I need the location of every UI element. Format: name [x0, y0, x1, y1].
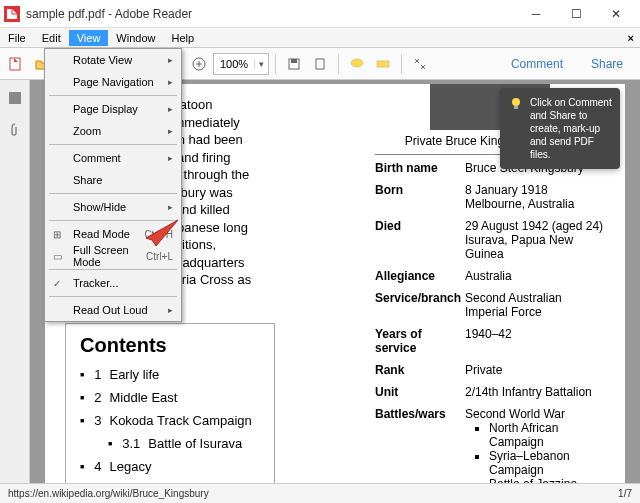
- menu-item-zoom[interactable]: Zoom▸: [45, 120, 181, 142]
- tooltip-text: Click on Comment and Share to create, ma…: [530, 96, 612, 161]
- window-title: sample pdf.pdf - Adobe Reader: [26, 7, 516, 21]
- menubar-close-icon[interactable]: ×: [622, 32, 640, 44]
- separator: [401, 54, 402, 74]
- menu-window[interactable]: Window: [108, 30, 163, 46]
- zoom-dropdown-icon[interactable]: ▾: [254, 59, 268, 69]
- menu-help[interactable]: Help: [163, 30, 202, 46]
- menu-item-comment[interactable]: Comment▸: [45, 147, 181, 169]
- hint-tooltip: Click on Comment and Share to create, ma…: [500, 88, 620, 169]
- fit-page-button[interactable]: [308, 52, 332, 76]
- page-indicator: 1/7: [618, 488, 632, 499]
- submenu-arrow-icon: ▸: [168, 305, 173, 315]
- comment-button[interactable]: Comment: [498, 52, 576, 76]
- annotate-button[interactable]: [345, 52, 369, 76]
- menu-view[interactable]: View: [69, 30, 109, 46]
- status-url: https://en.wikipedia.org/wiki/Bruce_King…: [8, 488, 209, 499]
- menu-item-icon: ✓: [53, 278, 69, 289]
- menu-item-full-screen-mode[interactable]: ▭Full Screen ModeCtrl+L: [45, 245, 181, 267]
- menu-item-icon: ▭: [53, 251, 69, 262]
- zoom-combo[interactable]: ▾: [213, 53, 269, 75]
- submenu-arrow-icon: ▸: [168, 202, 173, 212]
- maximize-button[interactable]: ☐: [556, 1, 596, 27]
- svg-point-13: [351, 59, 363, 67]
- menu-item-read-out-loud[interactable]: Read Out Loud▸: [45, 299, 181, 321]
- submenu-arrow-icon: ▸: [168, 104, 173, 114]
- infobox-row-battles: Battles/warsSecond World WarNorth Africa…: [375, 407, 605, 483]
- separator: [338, 54, 339, 74]
- export-pdf-button[interactable]: [4, 52, 28, 76]
- menu-item-rotate-view[interactable]: Rotate View▸: [45, 49, 181, 71]
- menu-item-share[interactable]: Share: [45, 169, 181, 191]
- menu-bar: FileEditViewWindowHelp×: [0, 28, 640, 48]
- submenu-arrow-icon: ▸: [168, 77, 173, 87]
- toc-item[interactable]: 4Legacy: [80, 459, 260, 474]
- close-button[interactable]: ✕: [596, 1, 636, 27]
- save-button[interactable]: [282, 52, 306, 76]
- svg-rect-14: [377, 61, 389, 67]
- battle-item: North African Campaign: [489, 421, 605, 449]
- status-bar: https://en.wikipedia.org/wiki/Bruce_King…: [0, 483, 640, 503]
- menu-edit[interactable]: Edit: [34, 30, 69, 46]
- contents-heading: Contents: [80, 334, 260, 357]
- nav-sidebar: [0, 80, 30, 483]
- minimize-button[interactable]: ─: [516, 1, 556, 27]
- infobox-row-allegiance: AllegianceAustralia: [375, 269, 605, 283]
- menu-item-icon: ⊞: [53, 229, 69, 240]
- view-menu-dropdown: Rotate View▸Page Navigation▸Page Display…: [44, 48, 182, 322]
- menu-item-read-mode[interactable]: ⊞Read ModeCtrl+H: [45, 223, 181, 245]
- menu-item-tracker-[interactable]: ✓Tracker...: [45, 272, 181, 294]
- read-mode-button[interactable]: [408, 52, 432, 76]
- svg-rect-12: [316, 59, 324, 69]
- menu-item-page-navigation[interactable]: Page Navigation▸: [45, 71, 181, 93]
- app-icon: [4, 6, 20, 22]
- infobox-row-rank: RankPrivate: [375, 363, 605, 377]
- zoom-in-button[interactable]: [187, 52, 211, 76]
- zoom-input[interactable]: [214, 58, 254, 70]
- title-bar: sample pdf.pdf - Adobe Reader ─ ☐ ✕: [0, 0, 640, 28]
- lightbulb-icon: [508, 96, 524, 112]
- infobox-row-unit: Unit2/14th Infantry Battalion: [375, 385, 605, 399]
- toc-item[interactable]: 3Kokoda Track Campaign: [80, 413, 260, 428]
- battle-item: Syria–Lebanon Campaign: [489, 449, 605, 477]
- toc-item[interactable]: 1Early life: [80, 367, 260, 382]
- svg-rect-11: [291, 59, 297, 63]
- separator: [275, 54, 276, 74]
- svg-rect-17: [514, 106, 518, 109]
- infobox-row-died: Died29 August 1942 (aged 24) Isurava, Pa…: [375, 219, 605, 261]
- thumbnails-tab[interactable]: [1, 84, 29, 112]
- toc-item[interactable]: 2Middle East: [80, 390, 260, 405]
- menu-item-page-display[interactable]: Page Display▸: [45, 98, 181, 120]
- submenu-arrow-icon: ▸: [168, 126, 173, 136]
- attachments-tab[interactable]: [1, 116, 29, 144]
- toc-subitem[interactable]: 3.1Battle of Isurava: [108, 436, 260, 451]
- infobox-row-years: Years of service1940–42: [375, 327, 605, 355]
- table-of-contents: Contents 1Early life2Middle East3Kokoda …: [65, 323, 275, 483]
- highlight-button[interactable]: [371, 52, 395, 76]
- submenu-arrow-icon: ▸: [168, 55, 173, 65]
- menu-file[interactable]: File: [0, 30, 34, 46]
- share-button[interactable]: Share: [578, 52, 636, 76]
- svg-rect-15: [9, 92, 21, 104]
- svg-point-16: [512, 98, 520, 106]
- infobox-row-service: Service/branchSecond Australian Imperial…: [375, 291, 605, 319]
- menu-item-show-hide[interactable]: Show/Hide▸: [45, 196, 181, 218]
- infobox: Birth nameBruce Steel KingsburyBorn8 Jan…: [375, 154, 605, 483]
- submenu-arrow-icon: ▸: [168, 153, 173, 163]
- infobox-row-born: Born8 January 1918 Melbourne, Australia: [375, 183, 605, 211]
